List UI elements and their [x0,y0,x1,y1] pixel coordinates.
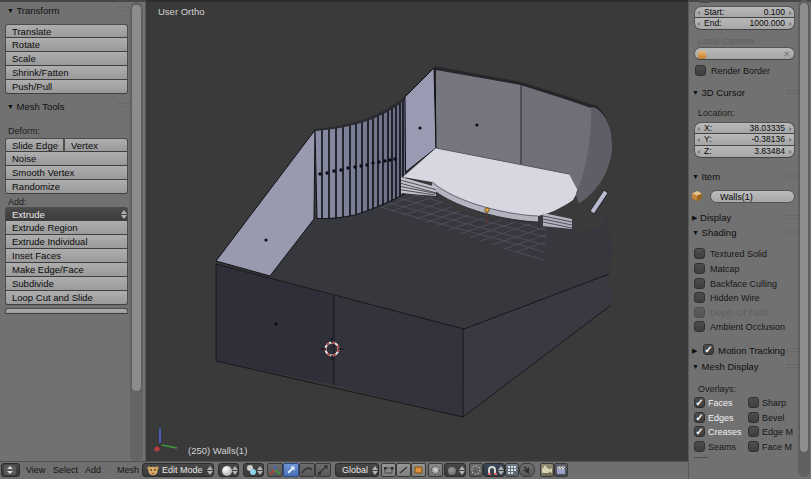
svg-text:User Ortho: User Ortho [158,6,204,17]
svg-text:(250) Walls(1): (250) Walls(1) [188,445,247,456]
